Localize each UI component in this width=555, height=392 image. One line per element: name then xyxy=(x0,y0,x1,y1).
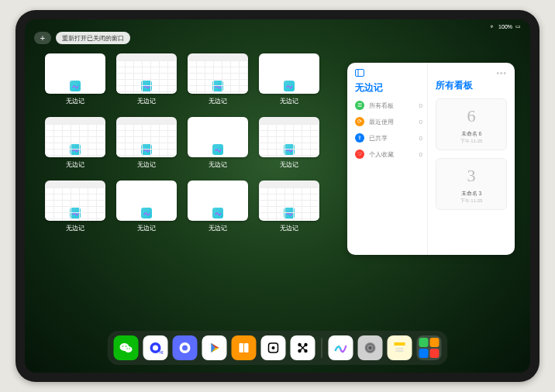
sidebar-item[interactable]: ♡个人收藏0 xyxy=(355,150,422,159)
dock-icon-books[interactable] xyxy=(232,335,257,360)
freeform-app-icon xyxy=(284,208,295,218)
sidebar-item-icon: ♡ xyxy=(355,150,364,159)
dock-icon-quark-hd[interactable]: HD xyxy=(143,335,168,360)
status-bar: ᯤ 100% ▭ xyxy=(25,21,530,32)
dock-icon-settings[interactable] xyxy=(358,335,383,360)
sidebar-item-label: 已共享 xyxy=(369,134,388,143)
window-label: 无边记 xyxy=(137,97,156,105)
freeform-app-icon xyxy=(284,144,295,155)
sidebar-item-count: 0 xyxy=(419,119,422,126)
freeform-app-icon xyxy=(212,208,223,218)
svg-rect-14 xyxy=(244,343,249,352)
sidebar-item-count: 0 xyxy=(419,151,422,158)
freeform-app-icon xyxy=(70,81,81,91)
sidebar-toggle-icon[interactable] xyxy=(355,69,364,77)
sidebar-item-label: 所有看板 xyxy=(369,101,394,110)
dock-icon-graph[interactable] xyxy=(291,335,315,360)
board-card[interactable]: 6未命名 6下午 11:25 xyxy=(436,98,507,150)
board-time: 下午 11:25 xyxy=(460,138,483,145)
freeform-app-icon xyxy=(70,144,81,155)
panel-sidebar: 无边记 ☰所有看板0⟳最近使用0⇪已共享0♡个人收藏0 xyxy=(347,63,428,255)
window-label: 无边记 xyxy=(137,224,156,232)
svg-rect-0 xyxy=(356,70,364,77)
freeform-app-icon xyxy=(70,208,81,218)
svg-rect-24 xyxy=(395,342,405,346)
dock-icon-play[interactable] xyxy=(202,335,227,360)
window-label: 无边记 xyxy=(66,97,84,105)
reopen-closed-window-button[interactable]: 重新打开已关闭的窗口 xyxy=(56,32,130,44)
sidebar-item[interactable]: ⟳最近使用0 xyxy=(355,117,422,126)
window-thumb[interactable]: 无边记 xyxy=(188,117,248,173)
board-name: 未命名 3 xyxy=(461,190,482,198)
dock-folder[interactable] xyxy=(417,335,442,360)
svg-point-6 xyxy=(126,348,127,349)
board-preview: 6 xyxy=(459,104,484,129)
svg-rect-13 xyxy=(240,343,244,352)
freeform-app-icon xyxy=(141,144,152,155)
screen: ᯤ 100% ▭ + 重新打开已关闭的窗口 无边记无边记无边记无边记无边记无边记… xyxy=(25,19,530,373)
panel-title: 无边记 xyxy=(355,81,422,95)
svg-point-4 xyxy=(122,346,124,347)
window-label: 无边记 xyxy=(280,97,298,105)
dock-icon-quark[interactable] xyxy=(173,335,198,360)
panel-content: ••• 所有看板 6未命名 6下午 11:253未命名 3下午 11:25 xyxy=(428,63,515,255)
window-label: 无边记 xyxy=(66,224,84,232)
sidebar-item[interactable]: ⇪已共享0 xyxy=(355,133,422,143)
board-name: 未命名 6 xyxy=(461,130,482,138)
svg-point-12 xyxy=(182,346,188,351)
window-label: 无边记 xyxy=(137,160,156,169)
window-thumb[interactable]: 无边记 xyxy=(116,117,177,173)
dock-icon-notes[interactable] xyxy=(388,335,412,360)
sidebar-item-label: 最近使用 xyxy=(369,118,394,126)
battery-text: 100% xyxy=(498,24,512,29)
svg-point-9 xyxy=(153,346,158,351)
window-label: 无边记 xyxy=(209,160,227,169)
board-preview: 3 xyxy=(459,163,484,188)
window-label: 无边记 xyxy=(209,224,227,232)
freeform-app-icon xyxy=(141,208,152,218)
board-time: 下午 11:25 xyxy=(460,198,483,205)
window-thumb[interactable]: 无边记 xyxy=(45,53,105,109)
svg-point-7 xyxy=(129,348,129,349)
window-thumb[interactable]: 无边记 xyxy=(116,181,177,236)
sidebar-item[interactable]: ☰所有看板0 xyxy=(355,101,422,110)
new-window-button[interactable]: + xyxy=(34,32,51,44)
top-bar: + 重新打开已关闭的窗口 xyxy=(34,32,130,44)
dock: HD xyxy=(108,331,448,365)
freeform-panel: 无边记 ☰所有看板0⟳最近使用0⇪已共享0♡个人收藏0 ••• 所有看板 6未命… xyxy=(347,63,515,255)
dock-icon-freeform[interactable] xyxy=(329,335,353,360)
wifi-icon: ᯤ xyxy=(490,24,495,29)
sidebar-item-icon: ⇪ xyxy=(355,133,364,143)
freeform-app-icon xyxy=(284,81,295,91)
window-thumb[interactable]: 无边记 xyxy=(188,181,248,236)
window-thumb[interactable]: 无边记 xyxy=(45,117,105,173)
dock-icon-wechat[interactable] xyxy=(114,335,139,360)
sidebar-item-icon: ☰ xyxy=(355,101,364,110)
window-label: 无边记 xyxy=(209,97,227,105)
window-thumb[interactable]: 无边记 xyxy=(116,53,177,109)
dock-icon-dice[interactable] xyxy=(261,335,286,360)
window-grid: 无边记无边记无边记无边记无边记无边记无边记无边记无边记无边记无边记无边记 xyxy=(45,53,319,236)
window-thumb[interactable]: 无边记 xyxy=(188,53,248,109)
window-thumb[interactable]: 无边记 xyxy=(259,117,319,173)
board-card[interactable]: 3未命名 3下午 11:25 xyxy=(436,158,507,210)
svg-point-16 xyxy=(272,346,275,349)
svg-point-3 xyxy=(125,346,133,352)
svg-text:HD: HD xyxy=(160,350,164,355)
sidebar-item-count: 0 xyxy=(419,102,422,109)
window-thumb[interactable]: 无边记 xyxy=(259,53,319,109)
window-thumb[interactable]: 无边记 xyxy=(259,181,319,236)
content-title: 所有看板 xyxy=(436,79,507,92)
dock-separator xyxy=(322,338,322,358)
sidebar-item-label: 个人收藏 xyxy=(369,150,394,159)
svg-point-23 xyxy=(369,346,372,349)
window-label: 无边记 xyxy=(280,224,298,232)
more-icon[interactable]: ••• xyxy=(436,69,507,77)
window-thumb[interactable]: 无边记 xyxy=(45,181,105,236)
sidebar-item-icon: ⟳ xyxy=(355,117,364,126)
window-label: 无边记 xyxy=(280,160,298,169)
freeform-app-icon xyxy=(141,81,152,91)
freeform-app-icon xyxy=(212,81,223,91)
ipad-device: ᯤ 100% ▭ + 重新打开已关闭的窗口 无边记无边记无边记无边记无边记无边记… xyxy=(16,10,539,382)
svg-point-5 xyxy=(126,346,127,347)
